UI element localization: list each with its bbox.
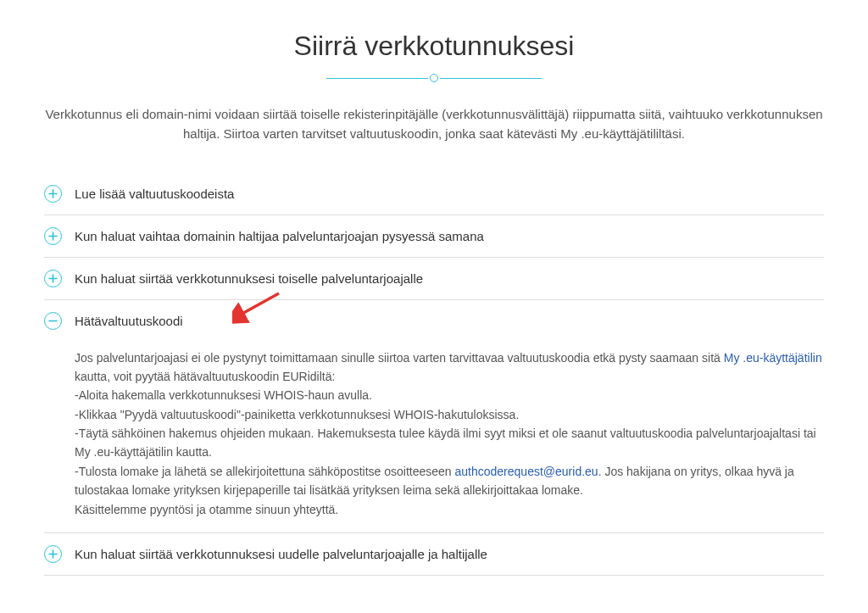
accordion-title: Kun haluat siirtää verkkotunnuksesi uude… [75, 547, 487, 561]
title-divider [42, 74, 826, 82]
accordion-title: Kun haluat vaihtaa domainin haltijaa pal… [75, 229, 484, 243]
accordion-body: Jos palveluntarjoajasi ei ole pystynyt t… [44, 342, 824, 533]
accordion-header[interactable]: Kun haluat siirtää verkkotunnuksesi uude… [44, 533, 824, 575]
plus-icon [44, 227, 62, 245]
body-text: Käsittelemme pyyntösi ja otamme sinuun y… [75, 503, 338, 516]
body-list-item: -Tulosta lomake ja lähetä se allekirjoit… [75, 465, 455, 478]
accordion-header[interactable]: Hätävaltuutuskoodi [44, 300, 824, 342]
intro-text: Verkkotunnus eli domain-nimi voidaan sii… [44, 104, 824, 144]
body-list-item: -Täytä sähköinen hakemus ohjeiden mukaan… [75, 426, 816, 459]
accordion-header[interactable]: Lue lisää valtuutuskoodeista [44, 173, 824, 215]
accordion-item-expanded: Hätävaltuutuskoodi Jos palveluntarjoajas… [44, 300, 824, 534]
body-text: kautta, voit pyytää hätävaltuutuskoodin … [75, 370, 335, 383]
accordion-title: Hätävaltuutuskoodi [75, 314, 183, 328]
plus-icon [44, 545, 62, 563]
accordion-item: Kun haluat siirtää verkkotunnuksesi tois… [44, 258, 824, 300]
accordion-item: Kun haluat vaihtaa domainin haltijaa pal… [44, 215, 824, 258]
accordion-title: Lue lisää valtuutuskoodeista [75, 187, 234, 201]
my-eu-account-link[interactable]: My .eu-käyttäjätilin [724, 351, 822, 365]
accordion-header[interactable]: Kun haluat siirtää verkkotunnuksesi tois… [44, 258, 824, 299]
plus-icon [44, 270, 62, 287]
plus-icon [44, 185, 62, 203]
accordion-item: Kun haluat siirtää verkkotunnuksesi uude… [44, 533, 824, 576]
accordion-title: Kun haluat siirtää verkkotunnuksesi tois… [75, 271, 423, 286]
accordion-header[interactable]: Kun haluat vaihtaa domainin haltijaa pal… [44, 215, 824, 257]
accordion-item: Lue lisää valtuutuskoodeista [44, 173, 824, 215]
body-list-item: -Klikkaa "Pyydä valtuutuskoodi"-painiket… [75, 408, 519, 421]
page-title: Siirrä verkkotunnuksesi [42, 31, 826, 62]
minus-icon [44, 312, 62, 330]
body-text: Jos palveluntarjoajasi ei ole pystynyt t… [75, 351, 724, 365]
accordion: Lue lisää valtuutuskoodeista Kun haluat … [44, 173, 824, 577]
authcode-email-link[interactable]: authcoderequest@eurid.eu [455, 465, 598, 478]
body-list-item: -Aloita hakemalla verkkotunnuksesi WHOIS… [75, 388, 372, 402]
